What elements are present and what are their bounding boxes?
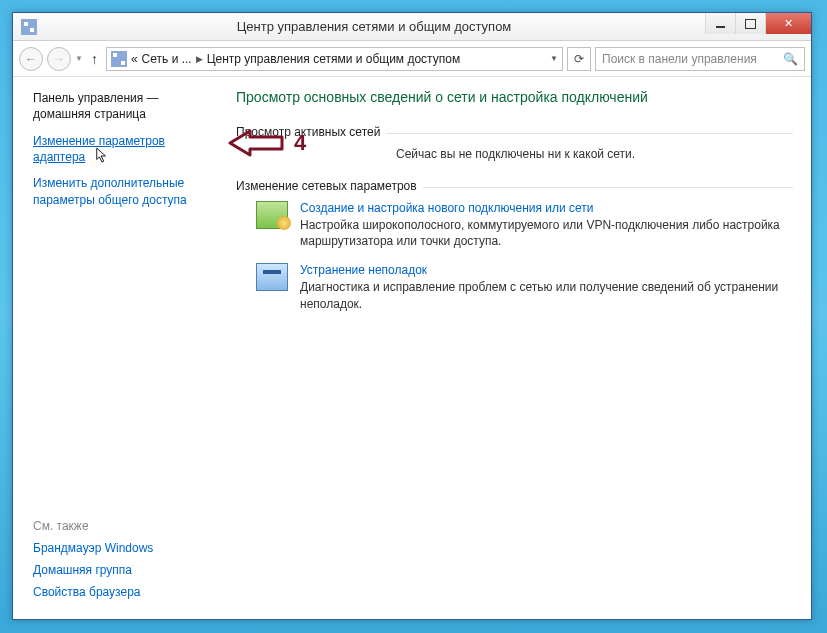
- see-also-label: См. также: [33, 519, 218, 533]
- toolbar: ← → ▼ ↑ « Сеть и ... ▶ Центр управления …: [13, 41, 811, 77]
- search-placeholder: Поиск в панели управления: [602, 52, 783, 66]
- window-buttons: [705, 13, 811, 40]
- page-heading: Просмотр основных сведений о сети и наст…: [236, 89, 793, 105]
- window: Центр управления сетями и общим доступом…: [12, 12, 812, 620]
- section-active-networks: Просмотр активных сетей: [236, 121, 793, 139]
- sidebar-link-sharing-settings[interactable]: Изменить дополнительные параметры общего…: [33, 175, 218, 207]
- main-pane: Просмотр основных сведений о сети и наст…: [228, 77, 811, 619]
- location-icon: [111, 51, 127, 67]
- divider: [386, 133, 793, 134]
- sidebar-link-adapter-settings[interactable]: Изменение параметров адаптера: [33, 133, 218, 165]
- item-new-connection: Создание и настройка нового подключения …: [256, 201, 793, 249]
- footer-link-firewall[interactable]: Брандмауэр Windows: [33, 541, 218, 555]
- chevron-right-icon[interactable]: ▶: [196, 54, 203, 64]
- network-settings-label: Изменение сетевых параметров: [236, 179, 417, 193]
- sidebar-footer: См. также Брандмауэр Windows Домашняя гр…: [33, 519, 218, 609]
- crumb-current[interactable]: Центр управления сетями и общим доступом: [207, 52, 461, 66]
- crumb-network[interactable]: Сеть и ...: [142, 52, 192, 66]
- desc-troubleshoot: Диагностика и исправление проблем с сеть…: [300, 279, 793, 311]
- desc-new-connection: Настройка широкополосного, коммутируемог…: [300, 217, 793, 249]
- divider: [423, 187, 793, 188]
- search-input[interactable]: Поиск в панели управления 🔍: [595, 47, 805, 71]
- history-dropdown-icon[interactable]: ▼: [75, 54, 83, 63]
- titlebar: Центр управления сетями и общим доступом: [13, 13, 811, 41]
- back-button[interactable]: ←: [19, 47, 43, 71]
- item-troubleshoot: Устранение неполадок Диагностика и испра…: [256, 263, 793, 311]
- link-troubleshoot[interactable]: Устранение неполадок: [300, 263, 793, 277]
- cursor-icon: [95, 147, 109, 165]
- footer-link-homegroup[interactable]: Домашняя группа: [33, 563, 218, 577]
- section-network-settings: Изменение сетевых параметров: [236, 175, 793, 193]
- control-panel-icon: [21, 19, 37, 35]
- footer-link-browser[interactable]: Свойства браузера: [33, 585, 218, 599]
- minimize-button[interactable]: [705, 13, 735, 34]
- sidebar-home-line1[interactable]: Панель управления —: [33, 91, 218, 105]
- active-networks-label: Просмотр активных сетей: [236, 125, 380, 139]
- search-icon[interactable]: 🔍: [783, 52, 798, 66]
- up-button[interactable]: ↑: [87, 51, 102, 67]
- window-title: Центр управления сетями и общим доступом: [43, 19, 705, 34]
- sidebar-link-adapter-label: Изменение параметров адаптера: [33, 134, 165, 164]
- item-texts: Устранение неполадок Диагностика и испра…: [300, 263, 793, 311]
- address-dropdown-icon[interactable]: ▼: [550, 54, 558, 63]
- maximize-button[interactable]: [735, 13, 765, 34]
- sidebar: Панель управления — домашняя страница Из…: [13, 77, 228, 619]
- wizard-icon: [256, 201, 288, 229]
- no-network-text: Сейчас вы не подключены ни к какой сети.: [396, 147, 793, 161]
- link-new-connection[interactable]: Создание и настройка нового подключения …: [300, 201, 793, 215]
- crumb-prefix: «: [131, 52, 138, 66]
- sidebar-home-line2[interactable]: домашняя страница: [33, 107, 218, 121]
- address-bar[interactable]: « Сеть и ... ▶ Центр управления сетями и…: [106, 47, 563, 71]
- item-texts: Создание и настройка нового подключения …: [300, 201, 793, 249]
- refresh-button[interactable]: ⟳: [567, 47, 591, 71]
- body: Панель управления — домашняя страница Из…: [13, 77, 811, 619]
- troubleshoot-icon: [256, 263, 288, 291]
- forward-button[interactable]: →: [47, 47, 71, 71]
- close-button[interactable]: [765, 13, 811, 34]
